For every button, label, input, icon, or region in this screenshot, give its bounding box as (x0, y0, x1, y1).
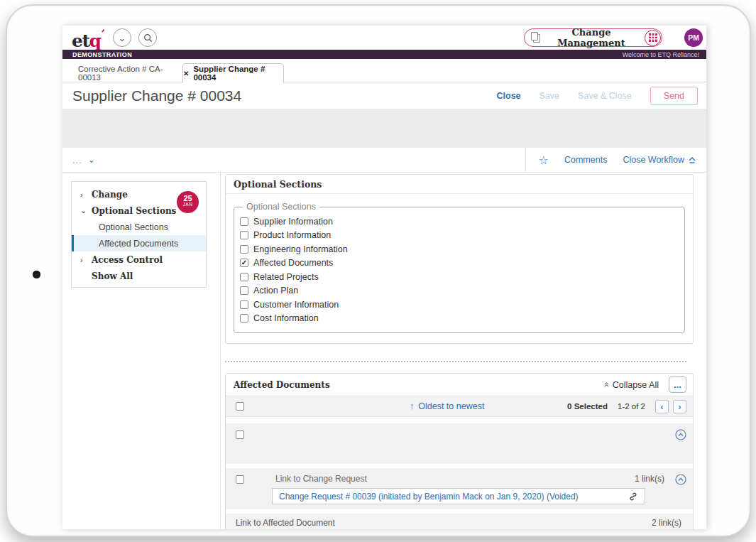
tree-label: Show All (92, 271, 133, 281)
product-information-checkbox[interactable] (240, 231, 248, 239)
user-avatar[interactable]: PM (684, 28, 703, 47)
checkbox-row: Affected Documents (240, 256, 677, 271)
checkbox-row: Supplier Information (240, 215, 677, 229)
link-count: 1 link(s) (635, 474, 664, 484)
app-switcher-pill[interactable]: Change Management (524, 28, 662, 47)
next-page-button[interactable]: › (673, 400, 686, 413)
row-checkbox[interactable] (236, 430, 244, 439)
tree-collapsed-icon[interactable]: › (80, 256, 87, 264)
close-tab-icon[interactable]: ✕ (183, 70, 189, 77)
link-count: 2 link(s) (652, 518, 681, 528)
affected-documents-panel: Affected Documents » Collapse All ... ↑ … (225, 373, 694, 529)
nav-dropdown-button[interactable]: ⌄ (113, 28, 131, 47)
engineering-information-checkbox[interactable] (240, 245, 248, 254)
optional-sections-fieldset: Optional Sections Supplier Information P… (234, 202, 685, 333)
grid-icon (649, 33, 657, 42)
document-row: Link to Change Request 1 link(s) Change … (226, 468, 693, 509)
close-workflow-label: Close Workflow (623, 155, 684, 165)
checkbox-label: Customer Information (253, 300, 339, 310)
cost-information-checkbox[interactable] (240, 314, 248, 323)
list-toolbar: ↑ Oldest to newest 0 Selected 1-2 of 2 ‹… (226, 396, 693, 417)
action-plan-checkbox[interactable] (240, 286, 248, 295)
tree-item-show-all[interactable]: Show All (72, 268, 206, 284)
top-bar: etq’ ⌄ Change Management PM (62, 26, 706, 50)
expand-caret-button[interactable]: ⌄ (88, 155, 95, 165)
tablet-frame: etq’ ⌄ Change Management PM DEMONSTRATIO… (6, 4, 751, 537)
tree-label: Affected Documents (99, 239, 178, 249)
etq-logo: etq’ (72, 27, 104, 51)
sidebar-divider (220, 173, 221, 529)
document-row: Link to Affected Document 2 link(s) (226, 514, 693, 529)
ellipsis-icon: ... (674, 381, 681, 389)
save-close-button[interactable]: Save & Close (578, 91, 632, 101)
checkbox-label: Cost Information (253, 313, 319, 323)
affected-documents-checkbox[interactable] (240, 259, 248, 267)
content-area: › Change ⌄ Optional Sections Optional Se… (62, 173, 706, 529)
stage-draft-node[interactable]: 25 JAN (177, 191, 199, 213)
related-projects-checkbox[interactable] (240, 273, 248, 281)
checkbox-row: Cost Information (240, 312, 677, 326)
logo-q: q (89, 31, 100, 51)
favorite-star-icon[interactable]: ☆ (539, 153, 549, 167)
checkbox-row: Engineering Information (240, 242, 677, 256)
send-button[interactable]: Send (650, 87, 698, 105)
link-group-label: Link to Affected Document (236, 518, 335, 528)
checkbox-row: Action Plan (240, 284, 677, 298)
circle-chevron-up-icon (675, 429, 686, 440)
pages-icon (531, 32, 538, 40)
sort-label: Oldest to newest (418, 401, 484, 411)
record-action-bar: ... ⌄ ☆ Comments Close Workflow (62, 148, 706, 173)
chain-link-icon[interactable] (628, 492, 638, 502)
arrow-up-icon: ↑ (410, 401, 414, 411)
optional-sections-header: Optional Sections (226, 175, 693, 194)
link-group-label: Link to Change Request (275, 474, 367, 484)
collapse-all-button[interactable]: » Collapse All (603, 379, 659, 390)
close-workflow-button[interactable]: Close Workflow (623, 155, 696, 165)
checkbox-label: Related Projects (253, 272, 319, 282)
tree-label: Access Control (92, 255, 163, 265)
more-menu-button[interactable]: ... (72, 155, 82, 166)
affected-documents-header: Affected Documents » Collapse All ... (226, 374, 693, 396)
demo-banner-label: DEMONSTRATION (72, 51, 132, 58)
panel-menu-button[interactable]: ... (669, 376, 686, 393)
main-column: Optional Sections Optional Sections Supp… (225, 174, 694, 529)
app-grid-button[interactable] (645, 30, 661, 46)
app-screen: etq’ ⌄ Change Management PM DEMONSTRATIO… (62, 26, 706, 529)
tab-label: Corrective Action # CA-00013 (78, 65, 180, 82)
tree-label: Change (92, 190, 128, 200)
page-title: Supplier Change # 00034 (72, 87, 241, 104)
tree-item-optional-sections[interactable]: Optional Sections (72, 219, 206, 235)
collapse-row-button[interactable] (675, 474, 686, 485)
comments-button[interactable]: Comments (564, 155, 607, 165)
comments-label: Comments (564, 155, 607, 165)
search-button[interactable] (138, 28, 157, 47)
tab-supplier-change[interactable]: ✕Supplier Change # 00034 (182, 63, 284, 83)
demo-banner: DEMONSTRATION Welcome to ETQ Reliance! (62, 50, 706, 59)
sort-button[interactable]: ↑ Oldest to newest (410, 401, 484, 411)
checkbox-row: Related Projects (240, 270, 677, 284)
title-bar: Supplier Change # 00034 Close Save Save … (62, 82, 706, 109)
prev-page-button[interactable]: ‹ (655, 400, 669, 413)
save-button[interactable]: Save (539, 91, 560, 101)
circle-chevron-up-icon (675, 474, 686, 485)
tree-collapsed-icon[interactable]: › (80, 190, 87, 199)
customer-information-checkbox[interactable] (240, 300, 248, 309)
collapse-row-button[interactable] (675, 429, 686, 440)
tree-item-access-control[interactable]: › Access Control (72, 251, 206, 268)
tab-corrective-action[interactable]: Corrective Action # CA-00013 (78, 63, 180, 83)
logo-et: et (72, 31, 89, 51)
optional-sections-panel: Optional Sections Optional Sections Supp… (225, 174, 694, 344)
workflow-timeline: 25 JAN Draft Purchasing Approval Product… (62, 109, 706, 148)
select-all-checkbox[interactable] (236, 402, 244, 411)
checkbox-label: Affected Documents (253, 258, 333, 268)
checkbox-label: Action Plan (253, 286, 298, 296)
supplier-information-checkbox[interactable] (240, 217, 248, 226)
row-checkbox[interactable] (236, 475, 244, 484)
tree-expanded-icon[interactable]: ⌄ (80, 206, 87, 215)
tree-label: Optional Sections (92, 206, 176, 216)
tree-item-affected-documents[interactable]: Affected Documents (72, 235, 206, 251)
close-button[interactable]: Close (497, 91, 521, 101)
welcome-message: Welcome to ETQ Reliance! (623, 51, 699, 58)
change-request-link[interactable]: Change Request # 00039 (initiated by Ben… (279, 492, 579, 502)
search-icon (143, 33, 153, 43)
